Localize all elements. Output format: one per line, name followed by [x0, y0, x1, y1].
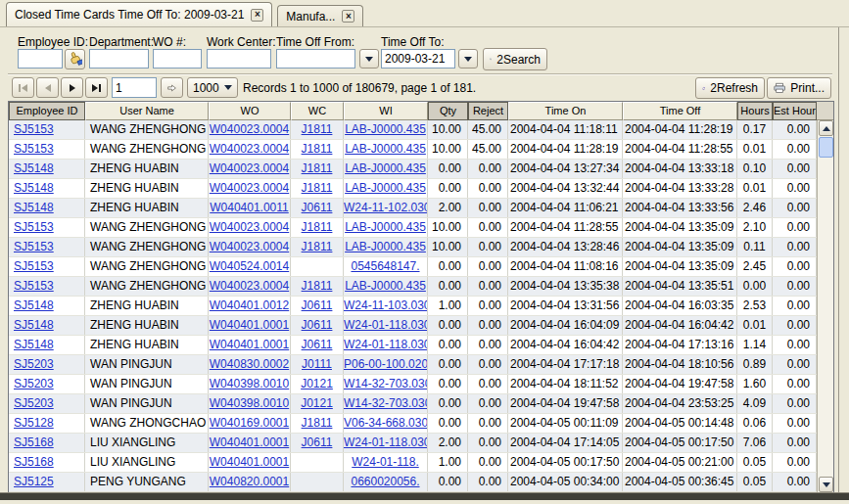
wc-link[interactable]: J1811: [302, 240, 333, 253]
wc-link[interactable]: J1811: [302, 122, 333, 136]
time-off-to-dropdown-button[interactable]: [458, 49, 478, 69]
wi-link[interactable]: LAB-J0000.435: [345, 122, 426, 136]
wo-link[interactable]: W040398.0010: [210, 377, 289, 390]
wi-link[interactable]: W24-01-118.030: [344, 338, 428, 351]
close-icon[interactable]: ×: [342, 10, 354, 23]
go-to-page-button[interactable]: [161, 77, 183, 98]
employee-pick-button[interactable]: [65, 49, 85, 69]
wc-link[interactable]: J0611: [302, 201, 333, 214]
employee-id-input[interactable]: [18, 49, 63, 69]
wo-link[interactable]: W040820.0001: [210, 475, 289, 488]
col-header-reject[interactable]: Reject: [468, 102, 508, 120]
wi-link[interactable]: LAB-J0000.435: [345, 220, 426, 234]
id-link[interactable]: SJ5148: [14, 298, 54, 312]
time-off-to-input[interactable]: [381, 49, 455, 69]
wc-link[interactable]: J1811: [302, 181, 333, 195]
wo-link[interactable]: W040023.0004: [210, 142, 289, 156]
wc-link[interactable]: J0111: [302, 357, 332, 371]
col-header-name[interactable]: User Name: [85, 102, 209, 120]
wi-link[interactable]: W24-01-118.030: [344, 435, 428, 449]
col-header-hours[interactable]: Hours: [737, 102, 773, 120]
work-center-input[interactable]: [207, 49, 271, 69]
previous-page-button[interactable]: [36, 77, 59, 98]
close-icon[interactable]: ×: [251, 9, 263, 22]
wo-link[interactable]: W040401.0001: [210, 455, 289, 469]
time-off-from-dropdown-button[interactable]: [359, 49, 379, 69]
wo-link[interactable]: W040023.0004: [210, 240, 289, 253]
wc-link[interactable]: J0611: [302, 338, 333, 351]
wo-link[interactable]: W040023.0004: [210, 220, 289, 234]
id-link[interactable]: SJ5203: [14, 396, 54, 410]
wi-link[interactable]: W14-32-703.030: [344, 396, 428, 410]
id-link[interactable]: SJ5203: [14, 357, 54, 371]
wi-link[interactable]: LAB-J0000.435: [345, 161, 426, 175]
wo-link[interactable]: W040524.0014: [210, 259, 289, 273]
tab-manufacturing[interactable]: Manufa... ×: [277, 5, 363, 26]
time-off-from-input[interactable]: [276, 49, 355, 69]
wo-link[interactable]: W040023.0004: [210, 161, 289, 175]
col-header-time_on[interactable]: Time On: [508, 102, 623, 120]
refresh-button[interactable]: 2Refresh: [695, 77, 765, 99]
wi-link[interactable]: W24-11-102.030: [344, 201, 428, 214]
id-link[interactable]: SJ5153: [14, 259, 54, 273]
id-link[interactable]: SJ5148: [14, 201, 54, 214]
first-page-button[interactable]: [12, 77, 34, 98]
wc-link[interactable]: J0611: [302, 298, 333, 312]
id-link[interactable]: SJ5153: [14, 142, 54, 156]
wo-link[interactable]: W040401.0001: [210, 435, 289, 449]
wc-link[interactable]: J1811: [302, 279, 333, 293]
department-input[interactable]: [89, 49, 149, 69]
search-button[interactable]: 2Search: [483, 48, 547, 70]
wc-link[interactable]: J0611: [302, 435, 333, 449]
id-link[interactable]: SJ5128: [14, 416, 54, 430]
tab-closed-time-cards[interactable]: Closed Time Cards Time Off To: 2009-03-2…: [6, 2, 272, 26]
col-header-time_off[interactable]: Time Off: [623, 102, 737, 120]
wo-link[interactable]: W040401.0001: [210, 318, 289, 332]
col-header-wi[interactable]: WI: [344, 102, 428, 120]
last-page-button[interactable]: [85, 77, 108, 98]
wo-link[interactable]: W040023.0004: [210, 279, 289, 293]
scroll-down-button[interactable]: [819, 477, 833, 492]
id-link[interactable]: SJ5153: [14, 279, 54, 293]
wi-link[interactable]: LAB-J0000.435: [345, 181, 426, 195]
wi-link[interactable]: W24-01-118.: [352, 455, 418, 469]
id-link[interactable]: SJ5168: [14, 455, 54, 469]
wi-link[interactable]: LAB-J0000.435: [345, 240, 426, 253]
wo-link[interactable]: W040169.0001: [210, 416, 289, 430]
id-link[interactable]: SJ5153: [14, 220, 54, 234]
wi-link[interactable]: LAB-J0000.435: [345, 142, 426, 156]
wi-link[interactable]: W24-11-103.030: [344, 298, 428, 312]
id-link[interactable]: SJ5148: [14, 318, 54, 332]
id-link[interactable]: SJ5153: [14, 122, 54, 136]
wi-link[interactable]: LAB-J0000.435: [345, 279, 426, 293]
wo-number-input[interactable]: [153, 49, 202, 69]
id-link[interactable]: SJ5153: [14, 240, 54, 253]
next-page-button[interactable]: [61, 77, 83, 98]
wc-link[interactable]: J0121: [301, 396, 333, 410]
wo-link[interactable]: W040023.0004: [210, 181, 289, 195]
print-button[interactable]: Print...: [767, 77, 831, 99]
col-header-wc[interactable]: WC: [291, 102, 344, 120]
scroll-up-button[interactable]: [819, 120, 833, 136]
id-link[interactable]: SJ5148: [14, 181, 54, 195]
wo-link[interactable]: W040398.0010: [210, 396, 289, 410]
page-number-input[interactable]: [112, 77, 157, 98]
scrollbar-thumb[interactable]: [819, 137, 833, 158]
wo-link[interactable]: W040401.0011: [210, 201, 289, 214]
wo-link[interactable]: W040830.0002: [210, 357, 289, 371]
wo-link[interactable]: W040401.0001: [210, 338, 289, 351]
wi-link[interactable]: V06-34-668.030: [344, 416, 428, 430]
wi-link[interactable]: 0545648147.: [351, 259, 419, 273]
id-link[interactable]: SJ5125: [14, 475, 54, 488]
wi-link[interactable]: W14-32-703.030: [344, 377, 428, 390]
id-link[interactable]: SJ5148: [14, 161, 54, 175]
wc-link[interactable]: J1811: [302, 220, 333, 234]
wi-link[interactable]: W24-01-118.030: [344, 318, 428, 332]
wo-link[interactable]: W040401.0012: [210, 298, 289, 312]
wc-link[interactable]: J1811: [302, 161, 333, 175]
page-size-select[interactable]: 1000: [187, 77, 238, 98]
vertical-scrollbar[interactable]: [817, 120, 833, 492]
wi-link[interactable]: 0660020056.: [351, 475, 419, 488]
id-link[interactable]: SJ5203: [14, 377, 54, 390]
id-link[interactable]: SJ5168: [14, 435, 54, 449]
